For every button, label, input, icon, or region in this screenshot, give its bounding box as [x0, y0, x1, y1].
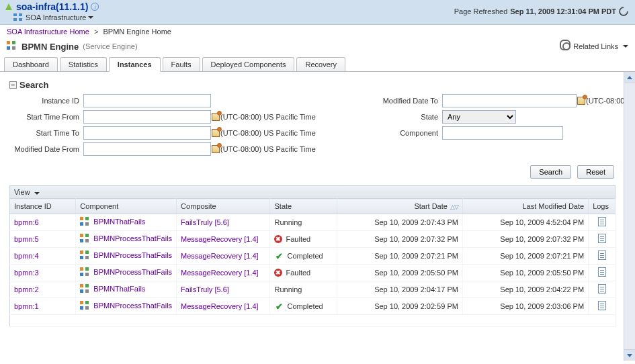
- scroll-up[interactable]: [624, 72, 635, 83]
- label-instance-id: Instance ID: [9, 97, 83, 105]
- refresh-icon[interactable]: [617, 5, 630, 18]
- info-icon[interactable]: i: [91, 3, 99, 11]
- date-picker-icon[interactable]: [577, 96, 586, 105]
- tab-recovery[interactable]: Recovery: [296, 57, 345, 71]
- component-link[interactable]: BPMNProcessThatFails: [93, 268, 172, 276]
- instance-link[interactable]: bpmn:3: [14, 269, 39, 277]
- tabs: DashboardStatisticsInstancesFaultsDeploy…: [0, 57, 635, 72]
- tz-label: (UTC-08:00) US Pacific Time: [586, 97, 624, 105]
- search-heading: Search: [19, 80, 48, 90]
- log-icon[interactable]: [598, 301, 606, 310]
- search-button[interactable]: Search: [530, 165, 571, 179]
- tab-faults[interactable]: Faults: [163, 57, 200, 71]
- start-to-input[interactable]: [83, 126, 211, 140]
- table-row: bpmn:2BPMNThatFailsFailsTruly [5.6]Runni…: [10, 281, 616, 298]
- component-icon: [80, 217, 91, 228]
- scroll-down[interactable]: [624, 349, 635, 361]
- link-icon: [562, 42, 570, 50]
- composite-link[interactable]: MessageRecovery [1.4]: [181, 269, 259, 277]
- last-modified-date: Sep 10, 2009 2:07:21 PM: [462, 248, 588, 265]
- component-link[interactable]: BPMNProcessThatFails: [93, 234, 172, 242]
- state-select[interactable]: Any: [442, 110, 516, 124]
- log-icon[interactable]: [598, 234, 606, 243]
- tab-deployed-components[interactable]: Deployed Components: [202, 57, 295, 71]
- tree-icon: [13, 13, 23, 21]
- composite-link[interactable]: MessageRecovery [1.4]: [181, 252, 259, 260]
- engine-title: BPMN Engine: [22, 42, 79, 52]
- instance-link[interactable]: bpmn:6: [14, 218, 39, 226]
- view-menu[interactable]: View: [14, 188, 40, 196]
- faulted-icon: ✖: [274, 235, 282, 243]
- instance-link[interactable]: bpmn:5: [14, 235, 39, 243]
- composite-link[interactable]: FailsTruly [5.6]: [181, 285, 229, 293]
- composite-link[interactable]: FailsTruly [5.6]: [181, 218, 229, 226]
- chevron-down-icon[interactable]: [623, 45, 628, 48]
- last-modified-date: Sep 10, 2009 2:07:32 PM: [462, 231, 588, 248]
- tab-dashboard[interactable]: Dashboard: [4, 57, 58, 71]
- col-start-date[interactable]: Start Date△▽: [337, 199, 462, 214]
- table-row: bpmn:1BPMNProcessThatFailsMessageRecover…: [10, 298, 616, 315]
- component-link[interactable]: BPMNThatFails: [93, 218, 145, 226]
- instance-link[interactable]: bpmn:4: [14, 252, 39, 260]
- label-modified-to: Modified Date To: [368, 97, 442, 105]
- table-row: bpmn:3BPMNProcessThatFailsMessageRecover…: [10, 265, 616, 281]
- last-modified-date: Sep 10, 2009 2:04:22 PM: [462, 281, 588, 298]
- col-state[interactable]: State: [270, 199, 337, 214]
- start-date: Sep 10, 2009 2:05:50 PM: [337, 265, 462, 281]
- state-label: Completed: [287, 302, 323, 310]
- log-icon[interactable]: [598, 217, 606, 226]
- component-link[interactable]: BPMNProcessThatFails: [93, 302, 172, 310]
- label-modified-from: Modified Date From: [9, 145, 83, 153]
- start-date: Sep 10, 2009 2:07:43 PM: [337, 214, 462, 231]
- last-modified-date: Sep 10, 2009 2:05:50 PM: [462, 265, 588, 281]
- scrollbar[interactable]: [624, 72, 635, 361]
- component-input[interactable]: [442, 126, 563, 140]
- instance-link[interactable]: bpmn:2: [14, 285, 39, 293]
- date-picker-icon[interactable]: [211, 144, 220, 154]
- col-component[interactable]: Component: [76, 199, 177, 214]
- modified-to-input[interactable]: [442, 94, 577, 107]
- reset-button[interactable]: Reset: [577, 165, 614, 179]
- composite-link[interactable]: MessageRecovery [1.4]: [181, 235, 259, 243]
- col-logs[interactable]: Logs: [589, 199, 616, 214]
- chevron-down-icon[interactable]: [34, 192, 40, 195]
- tab-statistics[interactable]: Statistics: [60, 57, 107, 71]
- breadcrumb-link[interactable]: SOA Infrastructure Home: [7, 28, 89, 36]
- col-last-modified[interactable]: Last Modified Date: [462, 199, 588, 214]
- component-link[interactable]: BPMNProcessThatFails: [93, 251, 172, 259]
- col-composite[interactable]: Composite: [177, 199, 270, 214]
- tz-label: (UTC-08:00) US Pacific Time: [220, 129, 335, 137]
- related-links[interactable]: Related Links: [562, 42, 628, 50]
- instance-link[interactable]: bpmn:1: [14, 302, 39, 310]
- start-date: Sep 10, 2009 2:02:59 PM: [337, 298, 462, 315]
- col-instance-id[interactable]: Instance ID: [10, 199, 76, 214]
- component-link[interactable]: BPMNThatFails: [93, 285, 145, 293]
- modified-from-input[interactable]: [83, 142, 211, 156]
- tab-instances[interactable]: Instances: [109, 57, 161, 72]
- table-row: bpmn:5BPMNProcessThatFailsMessageRecover…: [10, 231, 616, 248]
- component-icon: [80, 284, 91, 295]
- collapse-icon[interactable]: −: [9, 81, 17, 89]
- soa-infra-menu[interactable]: SOA Infrastructure: [26, 13, 86, 21]
- date-picker-icon[interactable]: [211, 128, 220, 138]
- start-date: Sep 10, 2009 2:07:32 PM: [337, 231, 462, 248]
- breadcrumb: SOA Infrastructure Home > BPMN Engine Ho…: [0, 25, 635, 38]
- start-from-input[interactable]: [83, 110, 211, 124]
- sort-icon[interactable]: △▽: [450, 203, 458, 210]
- log-icon[interactable]: [598, 251, 606, 260]
- date-picker-icon[interactable]: [211, 112, 220, 122]
- search-section: − Search Instance ID Modified Date To (U…: [9, 80, 616, 179]
- composite-link[interactable]: MessageRecovery [1.4]: [181, 302, 259, 310]
- target-title[interactable]: soa-infra(11.1.1): [16, 1, 88, 12]
- state-label: Running: [274, 285, 302, 293]
- chevron-down-icon[interactable]: [88, 16, 93, 19]
- faulted-icon: ✖: [274, 269, 282, 277]
- instance-id-input[interactable]: [83, 94, 211, 107]
- last-modified-date: Sep 10, 2009 4:52:04 PM: [462, 214, 588, 231]
- log-icon[interactable]: [598, 267, 606, 277]
- label-state: State: [368, 113, 442, 121]
- log-icon[interactable]: [598, 284, 606, 293]
- state-label: Faulted: [286, 235, 310, 243]
- label-start-to: Start Time To: [9, 129, 83, 137]
- page-refreshed: Page Refreshed Sep 11, 2009 12:31:04 PM …: [454, 7, 628, 16]
